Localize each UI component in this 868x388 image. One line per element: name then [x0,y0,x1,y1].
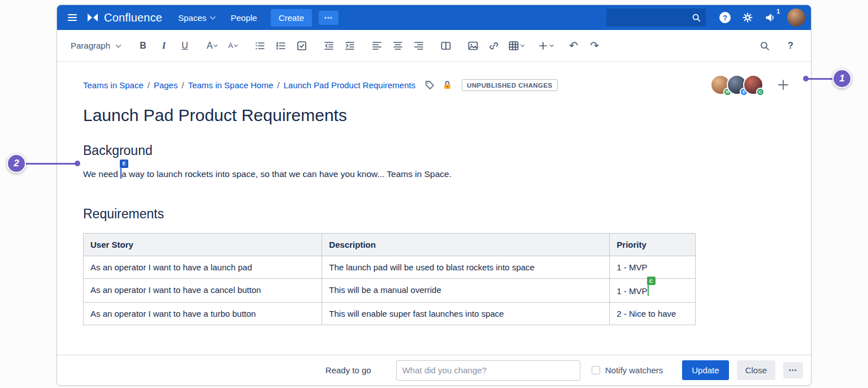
bullet-list-button[interactable] [251,37,269,55]
insert-image-button[interactable] [464,37,482,55]
paragraph-style-dropdown[interactable]: Paragraph [68,37,123,54]
undo-button[interactable]: ↶ [565,37,583,55]
find-replace-button[interactable] [756,37,774,55]
table-cell[interactable]: 1 - MVPC [610,279,696,303]
page-title[interactable]: Launch Pad Product Requirements [83,106,802,125]
update-button[interactable]: Update [682,360,728,380]
heading-requirements[interactable]: Requirements [83,206,802,222]
table-cell[interactable]: This will be a manual override [322,279,610,303]
breadcrumb-link-space[interactable]: Teams in Space [83,80,144,90]
annotation-dot-2 [75,161,80,166]
breadcrumb-link-pages[interactable]: Pages [154,80,178,90]
editor-content: Teams in Space/Pages/Teams in Space Home… [57,62,811,355]
insert-media-group [464,37,526,55]
chevron-down-icon [234,42,238,46]
breadcrumb-link-home[interactable]: Teams in Space Home [188,80,274,90]
paragraph-text: a way to launch rockets into space, so t… [121,169,452,179]
chevron-down-icon [116,42,121,48]
unlock-icon[interactable] [442,80,453,90]
invite-collaborator-button[interactable] [772,74,794,96]
table-cell[interactable]: This will enable super fast launches int… [322,303,610,325]
more-formatting-button[interactable]: A [224,37,242,55]
bold-button[interactable]: B [134,37,152,55]
column-header-description[interactable]: Description [322,234,610,256]
nav-more-button[interactable]: ••• [319,11,338,25]
align-left-icon [371,40,383,51]
breadcrumb: Teams in Space/Pages/Teams in Space Home… [83,79,558,91]
italic-button[interactable]: I [155,37,173,55]
settings-button[interactable] [737,7,758,28]
table-cell[interactable]: 1 - MVP [610,256,696,279]
insert-more-button[interactable] [535,37,555,55]
notifications-button[interactable]: 1 [760,7,780,28]
underline-button[interactable]: U [176,37,194,55]
align-left-button[interactable] [368,37,386,55]
version-comment-input[interactable] [396,360,580,381]
align-center-button[interactable] [389,37,407,55]
user-avatar[interactable] [787,8,805,27]
outdent-button[interactable] [320,37,338,55]
help-icon: ? [719,12,731,23]
hamburger-menu-icon [67,12,78,23]
task-list-button[interactable] [293,37,311,55]
insert-link-button[interactable] [485,37,503,55]
nav-spaces[interactable]: Spaces [171,10,222,26]
editor-help-button[interactable]: ? [782,37,800,55]
cell-text: 1 - MVP [617,286,647,296]
save-status: Ready to go [326,365,371,375]
annotation-callout-1: 1 [832,69,852,88]
table-cell[interactable]: As an operator I want to have a cancel b… [84,279,322,303]
search-icon [759,40,770,51]
confluence-logo[interactable]: Confluence [86,11,162,24]
page-header-row: Teams in Space/Pages/Teams in Space Home… [83,74,802,96]
notify-watchers-checkbox[interactable] [592,366,600,374]
nav-spaces-label: Spaces [178,13,206,23]
indent-group [320,37,359,55]
indent-icon [344,40,355,51]
create-button[interactable]: Create [271,9,312,27]
column-header-user-story[interactable]: User Story [84,234,322,256]
align-right-button[interactable] [410,37,428,55]
footer-actions: Update Close ••• [682,360,803,380]
column-header-priority[interactable]: Priority [610,234,696,256]
help-button[interactable]: ? [715,7,735,28]
table-cell[interactable]: The launch pad will be used to blast roc… [322,256,610,279]
collab-cursor-e: E [120,168,121,179]
page-layout-button[interactable] [437,37,455,55]
text-color-label: A [207,41,213,51]
task-checkbox-icon [296,40,307,51]
annotation-dot-1 [803,76,809,81]
breadcrumb-separator: / [147,80,150,90]
text-color-button[interactable]: A [203,37,221,55]
collaborators: R E C [710,74,802,96]
label-tag-icon[interactable] [424,80,435,90]
breadcrumb-link-current[interactable]: Launch Pad Product Requirements [284,80,415,90]
toolbar-right-group: ? [756,37,800,55]
chevron-down-icon [550,42,554,46]
close-button[interactable]: Close [737,360,775,380]
editor-footer: Ready to go Notify watchers Update Close… [57,355,811,385]
numbered-list-button[interactable] [272,37,290,55]
breadcrumb-icons [424,80,453,90]
redo-button[interactable]: ↷ [585,37,604,55]
indent-button[interactable] [341,37,359,55]
table-cell[interactable]: As an operator I want to have a turbo bu… [84,303,322,325]
notify-watchers: Notify watchers [592,365,663,375]
editor-toolbar: Paragraph B I U A A [57,30,811,62]
background-paragraph[interactable]: We need Ea way to launch rockets into sp… [83,167,802,180]
nav-people[interactable]: People [224,10,264,26]
list-group [251,37,311,55]
annotation-line-2 [24,163,77,165]
footer-more-button[interactable]: ••• [783,362,803,378]
heading-background[interactable]: Background [83,143,802,158]
notification-count-badge: 1 [776,8,780,15]
insert-table-button[interactable] [506,37,526,55]
annotation-callout-2: 2 [7,154,26,173]
footer-center: Ready to go Notify watchers [326,360,682,381]
table-cell[interactable]: As an operator I want to have a launch p… [84,256,322,279]
hamburger-menu-button[interactable] [63,8,82,27]
collaborator-avatar[interactable]: C [743,75,763,95]
search-icon [691,12,701,23]
table-cell[interactable]: 2 - Nice to have [610,303,696,325]
paragraph-text: We need [83,169,120,179]
